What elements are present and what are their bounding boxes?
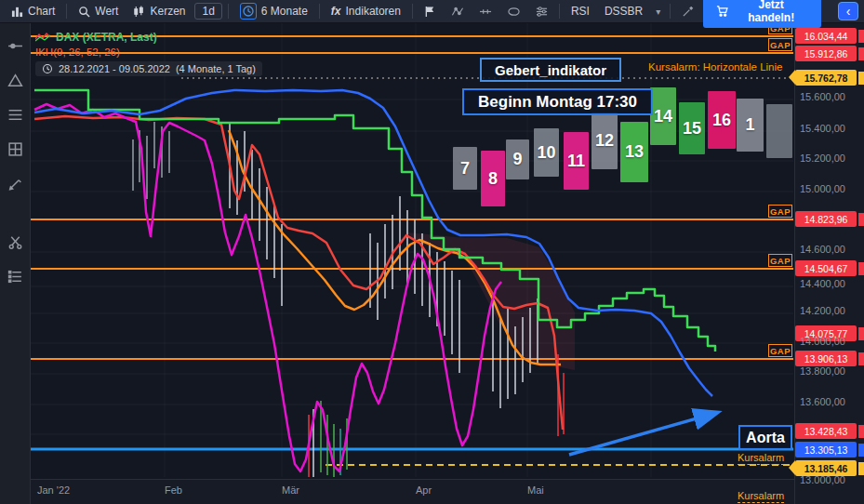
symbol-search-label: Wert [95,5,118,18]
time-axis-label[interactable]: Apr [416,484,432,496]
time-axis-label[interactable]: Mär [282,484,299,496]
week-number-label: 13 [625,142,644,162]
pattern-tool-button[interactable] [445,4,470,20]
trade-now-button[interactable]: Jetzt handeln! [703,0,821,28]
ellipse-tool-button[interactable] [501,4,526,20]
indicators-button[interactable]: fx Indikatoren [326,3,406,20]
pencil-icon [7,176,23,192]
gap-badge[interactable]: GAP [768,205,792,218]
price-axis-label[interactable]: 13.428,43 [795,423,857,439]
settings-tool-button[interactable] [530,4,553,20]
price-axis-label[interactable]: 15.200,00 [800,153,845,164]
time-axis-label[interactable]: Jan '22 [37,484,70,496]
kursalarm-horizontale-linie-label[interactable]: Kursalarm: Horizontale Linie [648,61,782,73]
gebert-indikator-annotation[interactable]: Gebert_indikator [480,58,621,82]
price-axis-label[interactable]: 15.400,00 [800,123,845,134]
legend-date-range[interactable]: 28.12.2021 - 09.05.2022 (4 Monate, 1 Tag… [35,61,262,76]
separator [559,4,560,19]
indicator-dropdown-button[interactable]: ▾ [652,7,664,17]
week-number-box[interactable]: 10 [534,128,559,177]
date-range-button[interactable]: 6 Monate [234,1,313,21]
price-axis-label[interactable]: 15.912,86 [795,46,857,61]
trading-app-window: Chart Wert Kerzen 1d 6 Monate fx Indikat… [0,0,864,504]
symbol-search-button[interactable]: Wert [73,3,124,20]
week-number-box[interactable] [766,104,792,158]
dssbr-label: DSSBR [605,5,643,18]
price-axis-label[interactable]: 13.800,00 [800,365,845,377]
series-squiggle-icon [35,33,50,42]
price-axis-label[interactable]: 14.504,67 [795,260,857,276]
toolbar: Chart Wert Kerzen 1d 6 Monate fx Indikat… [0,0,864,23]
week-number-box[interactable]: 15 [679,102,705,154]
fx-icon: fx [331,5,341,18]
price-axis-label[interactable]: 13.906,13 [795,351,857,366]
gap-badge[interactable]: GAP [768,38,792,51]
kursalarm-label-1[interactable]: Kursalarm [738,452,784,465]
price-axis-label[interactable]: 14.823,96 [795,211,857,227]
legend-instrument[interactable]: DAX (XETRA, Last) [56,31,157,44]
week-number-box[interactable]: 7 [453,147,477,190]
time-axis-label[interactable]: Feb [165,484,182,496]
price-axis-label[interactable]: 13.000,00 [800,474,845,485]
axis-alert-mark [858,262,864,275]
chevron-left-icon: ‹ [846,4,851,19]
gap-badge[interactable]: GAP [768,254,792,267]
kursalarm-label-2[interactable]: Kursalarm [738,490,784,503]
price-chart-plot[interactable] [31,23,793,479]
grid-pattern-tool[interactable] [6,139,24,158]
axis-alert-mark [858,47,864,60]
price-axis-label[interactable]: 13.305,13 [795,442,857,458]
separator [412,4,413,19]
price-axis-label[interactable]: 13.600,00 [800,396,845,407]
week-number-box[interactable]: 9 [506,139,529,179]
price-axis-label[interactable]: 14.200,00 [800,305,845,316]
axis-alert-mark [858,425,864,438]
magic-wand-button[interactable] [676,4,699,20]
price-axis-label[interactable]: 15.000,00 [800,183,845,194]
price-axis-label[interactable]: 14.000,00 [800,336,845,347]
legend-indicator[interactable]: IKH(9, 26, 52, 26) [35,46,120,58]
flag-tool-button[interactable] [419,4,442,20]
legend-range-detail: (4 Monate, 1 Tag) [176,63,256,74]
week-number-box[interactable]: 12 [592,113,618,169]
candle-style-button[interactable]: Kerzen [127,3,191,20]
week-number-box[interactable]: 13 [620,122,648,182]
magic-wand-icon [682,6,694,18]
pencil-draw-tool[interactable] [6,174,24,192]
dssbr-indicator-button[interactable]: DSSBR [599,3,648,20]
aorta-annotation[interactable]: Aorta [738,425,792,450]
price-axis-label[interactable]: 15.762,78 [795,70,857,86]
week-number-box[interactable]: 14 [650,87,676,145]
triangle-pattern-tool[interactable] [6,71,24,89]
rsi-indicator-button[interactable]: RSI [565,3,595,20]
time-axis[interactable] [31,479,794,504]
object-tree-tool[interactable] [6,267,24,285]
price-axis-label[interactable]: 14.600,00 [800,244,845,255]
beginn-montag-annotation[interactable]: Beginn Montag 17:30 [462,88,653,115]
cut-tool[interactable] [6,232,24,251]
interval-button[interactable]: 1d [194,3,221,20]
horizontal-line-tool-button[interactable] [473,4,498,20]
week-number-label: 16 [712,111,731,130]
panel-collapse-button[interactable]: ‹ [838,2,858,20]
price-axis-label[interactable]: 14.400,00 [800,278,845,289]
week-number-box[interactable]: 8 [481,151,505,206]
gap-badge[interactable]: GAP [768,344,792,357]
axis-alert-mark [858,444,864,457]
axis-alert-mark [858,30,864,43]
time-axis-label[interactable]: Mai [527,484,544,496]
week-number-label: 14 [654,107,672,126]
search-icon [78,6,90,18]
fib-retracement-tool[interactable] [6,105,24,124]
price-axis-label[interactable]: 16.034,44 [795,28,857,44]
chart-type-button[interactable]: Chart [6,3,60,20]
week-number-label: 7 [460,159,470,179]
week-number-box[interactable]: 1 [737,99,764,152]
rsi-label: RSI [571,5,590,18]
week-number-box[interactable]: 11 [564,132,589,190]
week-number-box[interactable]: 16 [708,91,736,149]
trade-now-label: Jetzt handeln! [734,0,808,24]
horizontal-ray-tool[interactable] [6,36,24,55]
legend-range-text: 28.12.2021 - 09.05.2022 [59,63,170,74]
price-axis-label[interactable]: 15.600,00 [800,91,845,102]
